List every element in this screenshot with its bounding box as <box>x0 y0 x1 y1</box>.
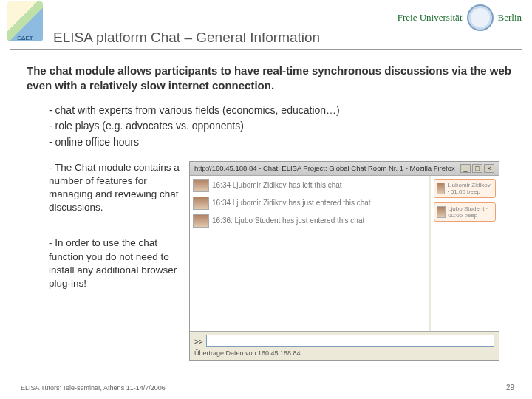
chat-message: 16:36: Ljubo Student has just entered th… <box>193 214 426 228</box>
list-item: chat with experts from various fields (e… <box>49 103 513 119</box>
avatar-icon <box>193 197 209 210</box>
chat-messages: 16:34 Ljubomir Zidikov has left this cha… <box>190 176 431 331</box>
fub-city: Berlin <box>498 12 522 24</box>
avatar-icon <box>437 183 445 194</box>
side-list: The Chat module contains a number of fea… <box>27 161 182 313</box>
list-item: The Chat module contains a number of fea… <box>49 161 182 215</box>
status-bar: Übertrage Daten von 160.45.188.84… <box>194 349 494 357</box>
slide-footer: ELISA Tutors' Tele-seminar, Athens 11-14… <box>21 384 166 392</box>
list-item: role plays (e.g. advocates vs. opponents… <box>49 118 513 134</box>
user-item: Ljubo Student · 00:06 beep <box>434 202 496 222</box>
fub-label: Freie Universität <box>398 12 463 24</box>
chat-message: 16:34 Ljubomir Zidikov has left this cha… <box>193 179 426 192</box>
window-title: http://160.45.188.84 - Chat: ELISA Proje… <box>194 164 455 172</box>
window-buttons: _ □ × <box>460 164 494 173</box>
message-text: 16:36: Ljubo Student has just entered th… <box>212 216 364 225</box>
message-text: 16:34 Ljubomir Zidikov has left this cha… <box>212 181 342 189</box>
page-title: ELISA platform Chat – General Informatio… <box>53 30 320 46</box>
maximize-icon: □ <box>472 164 482 173</box>
fub-logo: Freie Universität Berlin <box>398 4 522 31</box>
message-text: 16:34 Ljubomir Zidikov has just entered … <box>212 199 371 207</box>
avatar-icon <box>437 206 446 218</box>
close-icon: × <box>484 164 494 173</box>
list-item: online office hours <box>49 134 513 151</box>
chat-input[interactable] <box>206 335 494 347</box>
window-titlebar: http://160.45.188.84 - Chat: ELISA Proje… <box>190 162 499 176</box>
grnet-logo: ΕΔΕΤ <box>7 1 43 41</box>
chat-input-area: >> Übertrage Daten von 160.45.188.84… <box>190 331 499 360</box>
user-label: Ljubo Student · 00:06 beep <box>448 205 493 219</box>
intro-text: The chat module allows participants to h… <box>27 64 513 94</box>
slide-header: ΕΔΕΤ Freie Universität Berlin ELISA plat… <box>0 0 532 49</box>
list-item: In order to use the chat function you do… <box>49 236 182 290</box>
prompt-icon: >> <box>194 338 203 346</box>
user-label: Ljubomir Zidikov · 01:06 beep <box>447 182 493 195</box>
slide-body: The chat module allows participants to h… <box>0 50 532 361</box>
chat-screenshot: http://160.45.188.84 - Chat: ELISA Proje… <box>189 161 499 361</box>
user-item: Ljubomir Zidikov · 01:06 beep <box>434 179 496 198</box>
minimize-icon: _ <box>460 164 471 173</box>
avatar-icon <box>193 214 209 228</box>
chat-user-list: Ljubomir Zidikov · 01:06 beep Ljubo Stud… <box>431 176 499 331</box>
grnet-label: ΕΔΕΤ <box>17 35 33 41</box>
feature-list: chat with experts from various fields (e… <box>27 103 513 151</box>
chat-message: 16:34 Ljubomir Zidikov has just entered … <box>193 197 426 210</box>
fub-seal-icon <box>467 4 494 31</box>
page-number: 29 <box>506 383 514 392</box>
avatar-icon <box>193 179 209 192</box>
